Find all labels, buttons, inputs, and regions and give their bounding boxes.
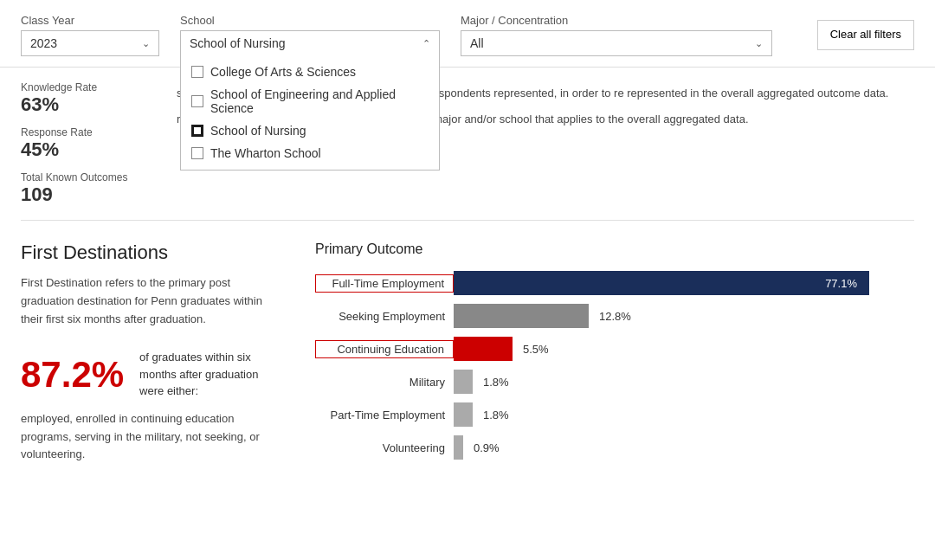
school-option-wharton-label: The Wharton School — [210, 146, 321, 160]
main-content: First Destinations First Destination ref… — [0, 221, 935, 489]
school-label: School — [180, 14, 440, 27]
bar-row-seeking: Seeking Employment 12.8% — [315, 304, 914, 328]
bar-volunteering — [454, 435, 463, 460]
bar-label-continuing: Continuing Education — [315, 340, 454, 358]
section-desc: First Destination refers to the primary … — [21, 274, 280, 328]
major-select[interactable]: All ⌄ — [461, 30, 772, 56]
school-select[interactable]: School of Nursing ⌃ — [180, 30, 440, 55]
filters-bar: Class Year 2023 ⌄ School School of Nursi… — [0, 0, 935, 68]
school-option-nursing[interactable]: School of Nursing — [181, 119, 439, 142]
bar-container-continuing: 5.5% — [454, 337, 914, 361]
class-year-value: 2023 — [30, 36, 57, 50]
bar-parttime — [454, 402, 473, 427]
knowledge-rate-stat: Knowledge Rate 63% — [21, 81, 177, 116]
school-checkbox-nursing[interactable] — [191, 125, 203, 137]
total-known-value: 109 — [21, 183, 177, 206]
bar-value-continuing: 5.5% — [523, 343, 549, 356]
class-year-label: Class Year — [21, 14, 159, 27]
percent-desc: of graduates within six months after gra… — [139, 349, 280, 400]
school-checkbox-arts[interactable] — [191, 66, 203, 78]
bar-label-volunteering: Volunteering — [315, 441, 454, 454]
bar-container-volunteering: 0.9% — [454, 435, 914, 460]
bar-continuing — [454, 337, 513, 361]
response-rate-value: 45% — [21, 138, 177, 161]
school-option-engineering-label: School of Engineering and Applied Scienc… — [210, 87, 429, 115]
major-filter: Major / Concentration All ⌄ — [461, 14, 772, 56]
response-rate-label: Response Rate — [21, 126, 177, 138]
major-value: All — [470, 36, 484, 50]
bar-value-parttime: 1.8% — [483, 409, 509, 422]
big-percent: 87.2% — [21, 354, 124, 396]
bar-label-fulltime: Full-Time Employment — [315, 274, 454, 293]
percent-row: 87.2% of graduates within six months aft… — [21, 349, 280, 400]
class-year-select[interactable]: 2023 ⌄ — [21, 30, 159, 56]
bar-row-fulltime: Full-Time Employment 77.1% — [315, 271, 914, 295]
stats-section: Knowledge Rate 63% Response Rate 45% Tot… — [0, 68, 935, 220]
bar-value-volunteering: 0.9% — [474, 441, 500, 454]
bar-container-seeking: 12.8% — [454, 304, 914, 328]
bar-row-volunteering: Volunteering 0.9% — [315, 435, 914, 460]
bar-row-continuing: Continuing Education 5.5% — [315, 337, 914, 361]
total-known-stat: Total Known Outcomes 109 — [21, 171, 177, 206]
chart-title: Primary Outcome — [315, 241, 914, 257]
class-year-filter: Class Year 2023 ⌄ — [21, 14, 159, 56]
right-panel: Primary Outcome Full-Time Employment 77.… — [315, 241, 914, 468]
bar-row-military: Military 1.8% — [315, 370, 914, 394]
left-panel: First Destinations First Destination ref… — [21, 241, 280, 468]
bar-label-military: Military — [315, 376, 454, 389]
school-checkbox-engineering[interactable] — [191, 95, 203, 107]
bar-fulltime: 77.1% — [454, 271, 869, 295]
bar-military — [454, 370, 473, 394]
major-label: Major / Concentration — [461, 14, 772, 27]
school-option-wharton[interactable]: The Wharton School — [181, 142, 439, 164]
section-title: First Destinations — [21, 241, 280, 264]
major-chevron-icon: ⌄ — [755, 38, 763, 49]
knowledge-rate-value: 63% — [21, 93, 177, 116]
school-option-nursing-label: School of Nursing — [210, 124, 306, 138]
bar-label-parttime: Part-Time Employment — [315, 409, 454, 422]
bar-value-military: 1.8% — [483, 376, 509, 389]
stats-col: Knowledge Rate 63% Response Rate 45% Tot… — [21, 81, 177, 206]
bottom-desc: employed, enrolled in continuing educati… — [21, 410, 280, 464]
bar-seeking — [454, 304, 589, 328]
bar-row-parttime: Part-Time Employment 1.8% — [315, 402, 914, 427]
school-option-engineering[interactable]: School of Engineering and Applied Scienc… — [181, 83, 439, 119]
knowledge-rate-label: Knowledge Rate — [21, 81, 177, 93]
class-year-chevron-icon: ⌄ — [142, 38, 150, 49]
bar-container-military: 1.8% — [454, 370, 914, 394]
total-known-label: Total Known Outcomes — [21, 171, 177, 183]
school-checkbox-wharton[interactable] — [191, 147, 203, 159]
school-filter: School School of Nursing ⌃ College Of Ar… — [180, 14, 440, 55]
bar-container-fulltime: 77.1% — [454, 271, 914, 295]
school-chevron-icon: ⌃ — [422, 38, 430, 49]
school-dropdown-menu: College Of Arts & Sciences School of Eng… — [180, 55, 440, 171]
response-rate-stat: Response Rate 45% — [21, 126, 177, 161]
bar-container-parttime: 1.8% — [454, 402, 914, 427]
school-option-arts-label: College Of Arts & Sciences — [210, 65, 356, 79]
clear-all-filters-button[interactable]: Clear all filters — [817, 20, 914, 50]
bar-value-fulltime: 77.1% — [825, 277, 864, 290]
school-option-arts[interactable]: College Of Arts & Sciences — [181, 61, 439, 83]
bar-label-seeking: Seeking Employment — [315, 310, 454, 323]
bar-value-seeking: 12.8% — [599, 310, 631, 323]
school-value: School of Nursing — [190, 36, 286, 50]
